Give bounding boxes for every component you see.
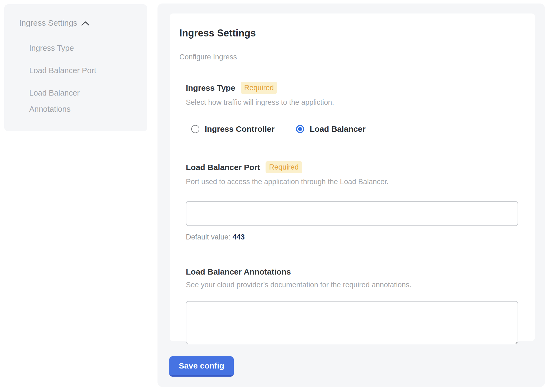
- section-load-balancer-port: Load Balancer Port Required Port used to…: [186, 161, 518, 241]
- radio-option-ingress-controller[interactable]: Ingress Controller: [191, 124, 274, 134]
- page-subtitle: Configure Ingress: [179, 53, 518, 61]
- sidebar-item-list: Ingress Type Load Balancer Port Load Bal…: [19, 40, 136, 117]
- section-load-balancer-annotations: Load Balancer Annotations See your cloud…: [186, 267, 518, 344]
- radio-label: Load Balancer: [310, 124, 365, 134]
- default-value-helper: Default value: 443: [186, 233, 518, 241]
- sidebar-item-load-balancer-annotations[interactable]: Load Balancer Annotations: [29, 85, 113, 117]
- sidebar-item-ingress-type[interactable]: Ingress Type: [29, 40, 113, 56]
- radio-option-load-balancer[interactable]: Load Balancer: [296, 124, 365, 134]
- ingress-type-radio-group: Ingress Controller Load Balancer: [186, 124, 518, 134]
- sidebar-item-load-balancer-port[interactable]: Load Balancer Port: [29, 62, 113, 79]
- load-balancer-annotations-label: Load Balancer Annotations: [186, 267, 291, 276]
- load-balancer-port-input[interactable]: [186, 201, 518, 226]
- load-balancer-port-description: Port used to access the application thro…: [186, 178, 518, 186]
- required-badge: Required: [266, 161, 302, 173]
- ingress-type-label-row: Ingress Type Required: [186, 82, 518, 94]
- load-balancer-port-label: Load Balancer Port: [186, 163, 260, 172]
- chevron-up-icon: [81, 21, 90, 26]
- ingress-type-description: Select how traffic will ingress to the a…: [186, 98, 518, 107]
- section-ingress-type: Ingress Type Required Select how traffic…: [186, 82, 518, 134]
- load-balancer-annotations-label-row: Load Balancer Annotations: [186, 267, 518, 276]
- sidebar-group-ingress-settings[interactable]: Ingress Settings: [19, 18, 136, 28]
- radio-label: Ingress Controller: [205, 124, 274, 134]
- ingress-settings-panel: Ingress Settings Configure Ingress Ingre…: [157, 4, 545, 387]
- default-value-number: 443: [233, 233, 245, 241]
- page-title: Ingress Settings: [179, 28, 518, 39]
- sidebar-group-label: Ingress Settings: [19, 18, 77, 28]
- load-balancer-port-label-row: Load Balancer Port Required: [186, 161, 518, 173]
- ingress-type-label: Ingress Type: [186, 83, 235, 93]
- load-balancer-annotations-description: See your cloud provider’s documentation …: [186, 281, 518, 289]
- default-value-label: Default value:: [186, 233, 230, 241]
- radio-button-icon[interactable]: [191, 125, 199, 133]
- settings-sections: Ingress Type Required Select how traffic…: [186, 82, 518, 344]
- load-balancer-annotations-textarea[interactable]: [186, 301, 518, 344]
- radio-button-icon[interactable]: [296, 125, 304, 133]
- save-config-button[interactable]: Save config: [169, 356, 234, 377]
- ingress-settings-card: Ingress Settings Configure Ingress Ingre…: [170, 13, 535, 341]
- settings-nav-sidebar: Ingress Settings Ingress Type Load Balan…: [4, 4, 147, 131]
- required-badge: Required: [241, 82, 277, 94]
